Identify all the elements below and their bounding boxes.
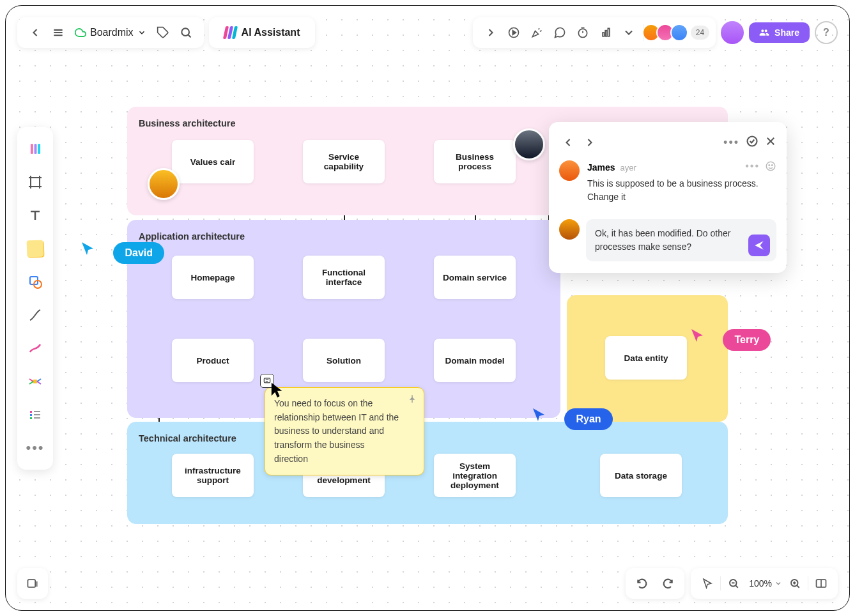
node-values-cair[interactable]: Values cair xyxy=(172,140,254,183)
chart-button[interactable] xyxy=(594,21,617,44)
node-service-capability[interactable]: Service capability xyxy=(303,140,385,183)
send-button[interactable] xyxy=(748,235,770,256)
node-product[interactable]: Product xyxy=(172,339,254,382)
left-toolbar: ••• xyxy=(17,127,53,470)
pen-tool[interactable] xyxy=(17,332,53,365)
zoom-out-button[interactable] xyxy=(721,571,746,596)
svg-point-69 xyxy=(766,162,775,171)
sticky-note-tool[interactable] xyxy=(17,232,53,265)
avatar xyxy=(670,24,688,42)
reply-input[interactable]: Ok, it has been modified. Do other proce… xyxy=(586,219,776,261)
cursor-ryan: Ryan xyxy=(564,408,612,430)
user-avatar xyxy=(148,168,180,200)
svg-rect-15 xyxy=(608,28,610,36)
node-infrastructure-support[interactable]: infrastructure support xyxy=(172,454,254,497)
svg-point-71 xyxy=(772,165,773,166)
reply-text: Ok, it has been modified. Do other proce… xyxy=(595,228,730,252)
pages-button[interactable] xyxy=(17,568,48,599)
more-tools-button[interactable] xyxy=(617,21,640,44)
board-name-dropdown[interactable]: Boardmix xyxy=(70,27,151,38)
node-system-integration[interactable]: System integration deployment xyxy=(434,454,516,497)
node-domain-model[interactable]: Domain model xyxy=(434,339,516,382)
frame-tool[interactable] xyxy=(17,166,53,199)
svg-marker-7 xyxy=(512,31,516,35)
node-data-storage[interactable]: Data storage xyxy=(600,454,682,497)
share-button[interactable]: Share xyxy=(749,22,810,43)
ai-assistant-button[interactable]: AI Assistant xyxy=(215,26,309,39)
technical-layer-title: Technical architecture xyxy=(139,433,716,443)
present-button[interactable] xyxy=(502,21,525,44)
comment-next-button[interactable] xyxy=(581,134,599,151)
data-layer[interactable]: Data entity xyxy=(567,295,728,422)
search-button[interactable] xyxy=(174,21,197,44)
ai-assistant-label: AI Assistant xyxy=(242,27,300,38)
share-label: Share xyxy=(774,27,799,38)
comment-time: ayer xyxy=(620,163,636,173)
celebrate-button[interactable] xyxy=(525,21,548,44)
comment-author: James xyxy=(587,162,615,173)
me-avatar[interactable] xyxy=(721,21,744,44)
svg-rect-31 xyxy=(30,414,32,416)
mindmap-tool[interactable] xyxy=(17,365,53,398)
sticky-note-text: You need to focus on the relationship be… xyxy=(274,398,399,464)
svg-line-44 xyxy=(797,585,799,587)
svg-rect-14 xyxy=(605,31,607,36)
svg-rect-16 xyxy=(31,178,40,187)
user-avatar xyxy=(513,128,545,160)
connector-tool[interactable] xyxy=(17,298,53,332)
expand-button[interactable] xyxy=(479,21,502,44)
comment-more-icon[interactable]: ••• xyxy=(723,136,739,150)
comment-button[interactable] xyxy=(548,21,571,44)
collaborator-avatars[interactable]: 24 xyxy=(646,24,709,42)
comment-panel: ••• James ayer ••• This is supposed to b… xyxy=(549,122,787,273)
tag-button[interactable] xyxy=(151,21,174,44)
shape-tool[interactable] xyxy=(17,265,53,298)
cursor-terry: Terry xyxy=(723,329,771,351)
list-tool[interactable] xyxy=(17,398,53,431)
minimap-button[interactable] xyxy=(808,571,834,596)
node-data-entity[interactable]: Data entity xyxy=(605,336,687,380)
node-homepage[interactable]: Homepage xyxy=(172,256,254,299)
zoom-in-button[interactable] xyxy=(782,571,808,596)
comment-emoji-button[interactable] xyxy=(765,160,776,174)
pin-icon[interactable] xyxy=(407,394,417,404)
node-functional-interface[interactable]: Functional interface xyxy=(303,256,385,299)
redo-button[interactable] xyxy=(655,571,681,596)
node-business-process[interactable]: Business process xyxy=(434,140,516,183)
svg-point-10 xyxy=(578,29,587,37)
pointer-tool[interactable] xyxy=(695,571,720,596)
reply-avatar xyxy=(559,219,580,240)
back-button[interactable] xyxy=(24,21,47,44)
cursor-david: David xyxy=(113,242,164,264)
svg-rect-62 xyxy=(264,378,270,383)
sticky-note[interactable]: You need to focus on the relationship be… xyxy=(265,387,424,475)
svg-rect-13 xyxy=(603,33,605,36)
zoom-level[interactable]: 100% xyxy=(746,578,774,589)
svg-point-70 xyxy=(769,165,770,166)
more-tools[interactable]: ••• xyxy=(17,431,53,465)
comment-close-button[interactable] xyxy=(765,135,776,150)
comment-prev-button[interactable] xyxy=(559,134,577,151)
svg-line-5 xyxy=(188,35,190,38)
comment-resolve-button[interactable] xyxy=(746,135,759,150)
comment-item-more-icon[interactable]: ••• xyxy=(745,160,760,174)
undo-button[interactable] xyxy=(629,571,655,596)
technical-layer[interactable]: Technical architecture infrastructure su… xyxy=(127,422,728,524)
svg-point-4 xyxy=(181,28,189,36)
timer-button[interactable] xyxy=(571,21,594,44)
svg-rect-32 xyxy=(30,417,32,419)
svg-line-28 xyxy=(29,381,33,384)
assets-tool[interactable] xyxy=(17,132,53,166)
node-solution[interactable]: Solution xyxy=(303,339,385,382)
avatar-count: 24 xyxy=(691,26,709,40)
node-domain-service[interactable]: Domain service xyxy=(434,256,516,299)
help-button[interactable]: ? xyxy=(815,21,838,44)
svg-rect-36 xyxy=(28,580,36,587)
svg-rect-30 xyxy=(30,411,32,413)
text-tool[interactable] xyxy=(17,199,53,232)
svg-line-9 xyxy=(540,31,542,32)
svg-line-29 xyxy=(37,381,41,384)
comment-text: This is supposed to be a business proces… xyxy=(587,177,776,204)
menu-button[interactable] xyxy=(47,21,70,44)
svg-line-40 xyxy=(736,585,738,587)
